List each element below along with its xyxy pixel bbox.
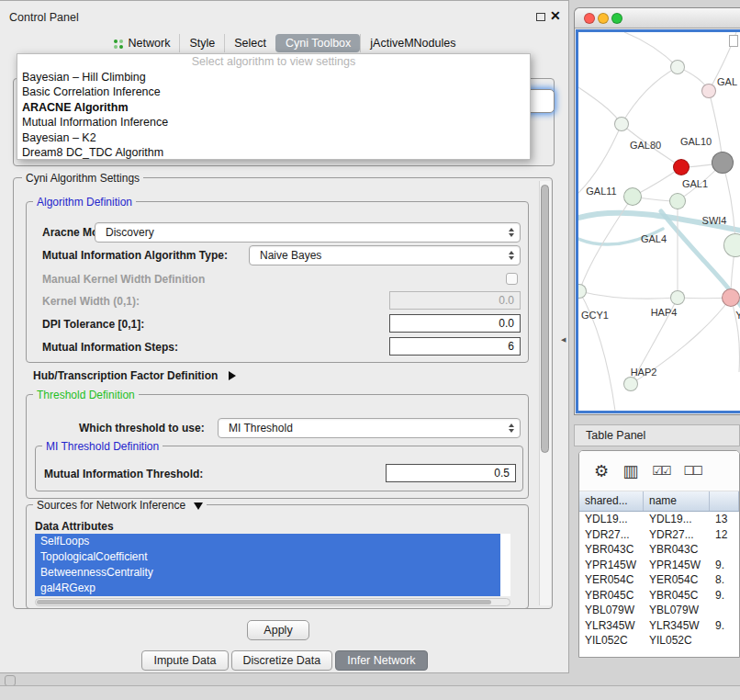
table-cell: 9. [710,618,739,634]
table-row[interactable]: YBR043CYBR043C [579,542,739,558]
mi-threshold-field[interactable]: 0.5 [386,464,516,482]
table-cell: YDL19... [644,512,710,527]
data-attributes-list: SelfLoopsTopologicalCoefficientBetweenne… [35,534,510,596]
table-cell: YLR345W [579,618,644,634]
table-row[interactable]: YDR27...YDR27...12 [579,527,739,543]
table-row[interactable]: YBR045CYBR045C9. [579,588,739,604]
float-window-icon[interactable] [536,13,545,21]
network-window: GALGAL80GAL10GAL11GAL1SWI4GAL4GCY1HAP4HA… [574,7,740,415]
node-label: GAL [717,76,737,87]
graph-node[interactable] [669,193,686,209]
table-row[interactable]: YLR345WYLR345W9. [579,618,739,634]
network-scrollbar-corner[interactable] [729,35,738,47]
tab-select[interactable]: Select [224,34,275,52]
table-window: ⚙▥☑☑☐☐ shared...name YDL19...YDL19...13Y… [578,450,740,658]
table-cell [710,603,739,618]
columns-icon[interactable]: ▥ [622,463,638,480]
table-cell: YPR145W [579,558,644,573]
graph-node[interactable] [614,117,629,131]
attribute-item[interactable]: gal4RGexp [35,581,500,596]
algorithm-option[interactable]: Mutual Information Inference [17,115,530,130]
aracne-mode-value: Discovery [106,226,506,239]
bottom-tab-discretize-data[interactable]: Discretize Data [231,650,333,671]
attributes-hscrollbar-thumb[interactable] [37,600,491,604]
table-row[interactable]: YBL079WYBL079W [579,603,739,618]
network-canvas[interactable]: GALGAL80GAL10GAL11GAL1SWI4GAL4GCY1HAP4HA… [576,29,740,413]
node-label: GAL4 [641,233,667,244]
collapse-triangle-icon [194,502,203,510]
gear-icon[interactable]: ⚙ [594,463,609,480]
table-cell: YIL052C [579,633,644,649]
table-cell: 9. [710,588,739,604]
tab-cyni-toolbox[interactable]: Cyni Toolbox [275,34,360,52]
splitter-collapse-icon[interactable]: ◀ [561,336,566,344]
bottom-tab-infer-network[interactable]: Infer Network [335,650,427,671]
table-cell: YER054C [644,572,710,588]
attribute-item[interactable]: SelfLoops [35,534,500,549]
sources-group-toggle[interactable]: Sources for Network Inference [33,499,207,512]
attribute-item[interactable]: TopologicalCoefficient [35,549,500,565]
graph-node[interactable] [673,159,690,175]
hub-section-label: Hub/Transcription Factor Definition [33,369,218,382]
table-row[interactable]: YIL052CYIL052C [579,633,739,649]
table-row[interactable]: YDL19...YDL19...13 [579,512,739,527]
algorithm-option[interactable]: Bayesian – K2 [17,130,530,145]
tab-jactivemnodules[interactable]: jActiveMNodules [360,34,465,52]
mi-type-select[interactable]: Naive Bayes [249,245,521,265]
attributes-hscrollbar[interactable] [35,598,510,606]
tab-style[interactable]: Style [179,34,224,52]
table-toolbar: ⚙▥☑☑☐☐ [579,451,739,491]
attribute-item[interactable]: BetweennessCentrality [35,565,500,581]
kernel-width-field[interactable]: 0.0 [389,291,521,310]
mi-type-value: Naive Bayes [260,249,506,262]
node-label: Y [735,310,740,321]
network-graph[interactable]: GALGAL80GAL10GAL11GAL1SWI4GAL4GCY1HAP4HA… [578,32,740,411]
minimize-button[interactable] [598,13,609,24]
table-cell: YDL19... [579,512,644,527]
tab-network[interactable]: Network [105,34,180,52]
deselect-all-icon[interactable]: ☐☐ [683,463,701,480]
table-row[interactable]: YPR145WYPR145W9. [579,558,739,573]
graph-node[interactable] [623,377,638,391]
graph-node[interactable] [670,60,685,74]
graph-node[interactable] [701,84,716,98]
cyni-settings-title: Cyni Algorithm Settings [22,172,143,185]
apply-button[interactable]: Apply [247,620,309,640]
tab-label: jActiveMNodules [370,37,455,50]
network-window-titlebar[interactable] [575,8,740,28]
algorithm-option[interactable]: Bayesian – Hill Climbing [17,70,530,85]
graph-node[interactable] [722,288,740,307]
which-threshold-select[interactable]: MI Threshold [218,418,521,438]
mi-threshold-group-title: MI Threshold Definition [42,440,163,453]
hub-section-toggle[interactable]: Hub/Transcription Factor Definition [33,368,236,383]
control-panel: Control Panel ✕ NetworkStyleSelectCyni T… [0,0,569,673]
graph-node[interactable] [712,152,734,174]
column-header[interactable]: shared... [579,491,644,511]
table-cell: YBL079W [644,603,710,618]
algorithm-option[interactable]: Dream8 DC_TDC Algorithm [17,145,530,160]
graph-node[interactable] [670,290,685,305]
manual-kernel-label: Manual Kernel Width Definition [42,272,205,287]
algorithm-option[interactable]: Basic Correlation Inference [17,85,530,99]
column-header[interactable] [710,491,739,511]
algorithm-dropdown-placeholder[interactable]: Select algorithm to view settings [17,54,530,70]
mi-steps-label: Mutual Information Steps: [42,340,178,355]
tab-label: Cyni Toolbox [286,37,351,50]
manual-kernel-checkbox[interactable] [506,273,518,285]
column-header[interactable]: name [644,491,710,511]
algorithm-option[interactable]: ARACNE Algorithm [17,100,530,115]
graph-node[interactable] [623,187,642,206]
aracne-mode-select[interactable]: Discovery [95,222,521,243]
close-button[interactable] [584,13,595,24]
settings-scrollbar-thumb[interactable] [541,185,549,453]
table-row[interactable]: YER054CYER054C8. [579,572,739,588]
node-label: HAP4 [651,307,678,318]
select-all-icon[interactable]: ☑☑ [652,463,669,480]
bottom-tab-impute-data[interactable]: Impute Data [141,650,228,671]
stepper-icon [506,228,516,237]
table-cell: 9. [710,558,739,573]
mi-steps-field[interactable]: 6 [389,337,521,356]
dpi-tolerance-field[interactable]: 0.0 [389,314,521,333]
close-icon[interactable]: ✕ [550,8,561,23]
zoom-button[interactable] [611,13,622,24]
